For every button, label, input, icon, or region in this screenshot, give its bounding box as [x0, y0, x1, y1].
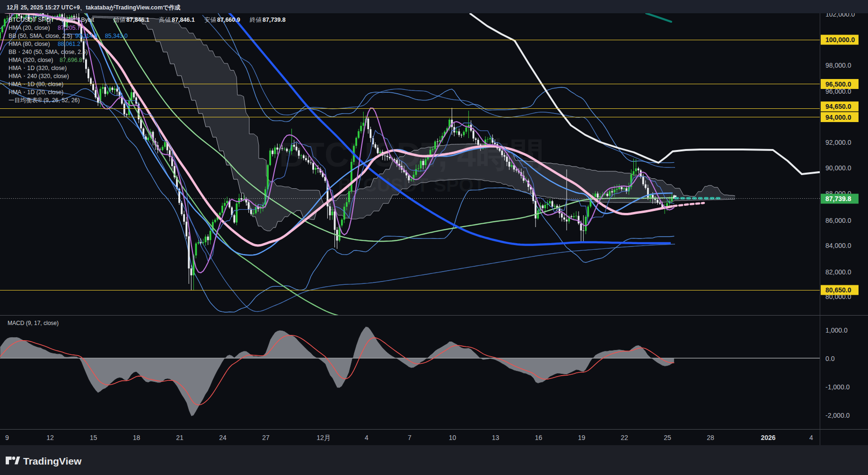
svg-text:TradingView: TradingView	[23, 456, 82, 466]
svg-text:24: 24	[219, 434, 227, 441]
svg-text:28: 28	[707, 434, 714, 441]
svg-text:HMA (80, close): HMA (80, close)	[9, 41, 50, 47]
svg-text:HMA・240 (320, close): HMA・240 (320, close)	[9, 73, 69, 79]
svg-text:12: 12	[46, 434, 54, 441]
svg-text:BB (50, SMA, close, 2.5): BB (50, SMA, close, 2.5)	[9, 33, 72, 39]
svg-text:0.0: 0.0	[825, 355, 835, 362]
svg-text:7: 7	[408, 434, 412, 441]
svg-text:12月: 12月	[316, 434, 331, 441]
svg-text:15: 15	[90, 434, 97, 441]
svg-text:87,660.9: 87,660.9	[217, 17, 240, 23]
svg-text:87,205.7: 87,205.7	[58, 25, 80, 31]
svg-text:始値: 始値	[113, 17, 126, 23]
svg-text:94,000.0: 94,000.0	[825, 114, 851, 121]
svg-text:一目均衡表® (9, 26, 52, 26): 一目均衡表® (9, 26, 52, 26)	[9, 97, 80, 104]
svg-text:HMA・1D (320, close): HMA・1D (320, close)	[9, 65, 67, 71]
svg-text:9: 9	[5, 434, 9, 441]
svg-text:98,000.0: 98,000.0	[825, 62, 851, 69]
svg-text:92,000.0: 92,000.0	[825, 139, 851, 146]
svg-text:19: 19	[578, 434, 586, 441]
svg-text:94,650.0: 94,650.0	[825, 103, 851, 110]
svg-text:高値: 高値	[159, 17, 171, 23]
svg-text:88,061.2: 88,061.2	[58, 41, 80, 47]
svg-text:HMA (320, close): HMA (320, close)	[9, 57, 53, 63]
svg-text:87,846.1: 87,846.1	[172, 17, 195, 23]
svg-text:HMA (20, close): HMA (20, close)	[9, 25, 50, 31]
svg-text:25: 25	[664, 434, 671, 441]
svg-text:21: 21	[176, 434, 184, 441]
svg-text:1,000.0: 1,000.0	[825, 326, 848, 334]
svg-text:27: 27	[262, 434, 270, 441]
svg-text:85,343.0: 85,343.0	[105, 33, 128, 39]
svg-text:4: 4	[365, 434, 368, 441]
svg-text:-1,000.0: -1,000.0	[825, 383, 850, 391]
svg-text:13: 13	[492, 434, 500, 441]
svg-text:安値: 安値	[204, 17, 217, 23]
svg-text:10: 10	[449, 434, 456, 441]
svg-text:87,696.8: 87,696.8	[60, 57, 82, 63]
svg-text:86,000.0: 86,000.0	[825, 217, 851, 224]
svg-text:18: 18	[133, 434, 140, 441]
svg-text:-2,000.0: -2,000.0	[825, 412, 850, 419]
svg-text:87,739.8: 87,739.8	[825, 195, 851, 202]
svg-text:90,000.0: 90,000.0	[825, 164, 851, 172]
svg-text:22: 22	[621, 434, 628, 441]
svg-text:80,650.0: 80,650.0	[825, 286, 851, 294]
svg-text:BTCUSDT SPOT・4時間・Bybit: BTCUSDT SPOT・4時間・Bybit	[9, 17, 95, 23]
svg-text:84,000.0: 84,000.0	[825, 242, 851, 249]
svg-text:HMA・1D (80, close): HMA・1D (80, close)	[9, 81, 63, 88]
svg-text:96,500.0: 96,500.0	[825, 80, 851, 88]
svg-text:87,739.8: 87,739.8	[263, 17, 286, 23]
svg-text:12月 25, 2025 15:27 UTC+9、takat: 12月 25, 2025 15:27 UTC+9、takatabaがTradin…	[7, 4, 181, 11]
svg-text:終値: 終値	[249, 17, 262, 23]
svg-text:16: 16	[535, 434, 543, 441]
svg-text:87,846.1: 87,846.1	[126, 17, 149, 23]
svg-text:82,000.0: 82,000.0	[825, 268, 851, 276]
svg-text:BB・240 (50, SMA, close, 2.5): BB・240 (50, SMA, close, 2.5)	[9, 49, 88, 55]
svg-text:MACD (9, 17, close): MACD (9, 17, close)	[8, 320, 59, 326]
svg-text:2026: 2026	[761, 434, 775, 441]
svg-text:100,000.0: 100,000.0	[825, 36, 855, 44]
svg-text:4: 4	[809, 434, 813, 441]
svg-text:90,114.9: 90,114.9	[75, 33, 97, 39]
svg-text:HMA・1D (20, close): HMA・1D (20, close)	[9, 89, 63, 96]
